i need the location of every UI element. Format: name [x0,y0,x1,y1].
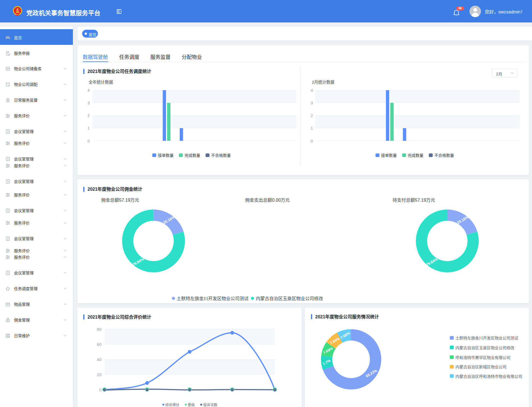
svg-text:2: 2 [87,113,90,118]
svg-text:3: 3 [87,100,90,105]
svg-text:4: 4 [87,88,90,93]
svg-text:1: 1 [87,126,90,130]
svg-text:4: 4 [310,88,313,93]
svg-text:40: 40 [97,357,102,362]
svg-text:0: 0 [87,139,90,143]
svg-text:3: 3 [310,100,313,105]
svg-text:0: 0 [310,139,313,143]
svg-text:60: 60 [97,342,102,347]
svg-text:2: 2 [310,113,313,118]
svg-text:80: 80 [97,327,102,332]
svg-text:0: 0 [99,387,102,392]
svg-text:20: 20 [97,372,102,377]
svg-text:1: 1 [310,126,313,130]
